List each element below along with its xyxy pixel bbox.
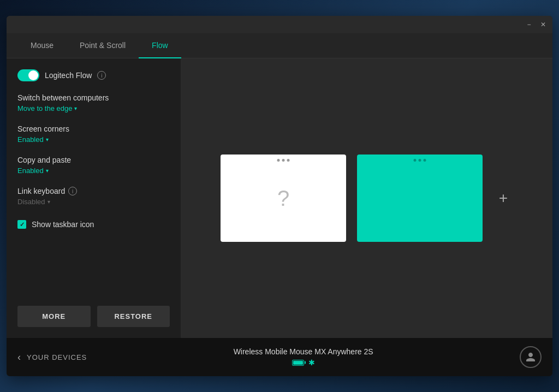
your-devices-label: YOUR DEVICES <box>27 353 87 361</box>
battery-body <box>292 360 304 366</box>
switch-computers-value[interactable]: Move to the edge ▾ <box>17 104 170 112</box>
button-row: MORE RESTORE <box>17 306 170 327</box>
content-area: Logitech Flow i Switch between computers… <box>7 58 552 338</box>
link-keyboard-value[interactable]: Disabled ▾ <box>17 198 170 206</box>
screen-corners-section: Screen corners Enabled ▾ <box>17 124 170 144</box>
title-bar-controls: − ✕ <box>524 20 548 29</box>
screen-corners-label: Screen corners <box>17 124 170 133</box>
add-computer-button[interactable]: + <box>493 188 513 208</box>
tabs-bar: Mouse Point & Scroll Flow <box>7 33 552 58</box>
logitech-flow-toggle[interactable] <box>17 69 39 81</box>
flow-info-icon[interactable]: i <box>97 71 106 80</box>
current-card-dots <box>414 159 426 162</box>
screen-corners-chevron: ▾ <box>46 136 49 142</box>
unknown-card-dots <box>277 159 290 162</box>
battery-fill <box>293 361 303 365</box>
copy-paste-chevron: ▾ <box>46 168 49 174</box>
flow-toggle-label: Logitech Flow <box>45 71 92 80</box>
your-devices-button[interactable]: ‹ YOUR DEVICES <box>17 352 87 363</box>
back-arrow-icon: ‹ <box>17 352 21 363</box>
show-taskbar-checkbox[interactable] <box>17 220 26 229</box>
right-panel: ? + <box>181 58 552 338</box>
current-dot-3 <box>424 159 426 162</box>
screen-corners-value[interactable]: Enabled ▾ <box>17 135 170 144</box>
link-keyboard-info-icon[interactable]: i <box>68 187 77 195</box>
more-button[interactable]: MORE <box>17 306 91 327</box>
switch-computers-section: Switch between computers Move to the edg… <box>17 93 170 112</box>
dot-1 <box>277 159 280 162</box>
app-window: − ✕ Mouse Point & Scroll Flow Logitech F… <box>7 16 552 376</box>
tab-point-scroll[interactable]: Point & Scroll <box>67 33 139 58</box>
switch-computers-label: Switch between computers <box>17 93 170 102</box>
restore-button[interactable]: RESTORE <box>97 306 170 327</box>
profile-icon[interactable] <box>520 346 542 368</box>
current-computer-card[interactable] <box>357 155 483 242</box>
close-button[interactable]: ✕ <box>538 20 548 29</box>
computers-display: ? + <box>221 155 513 242</box>
unknown-computer-icon: ? <box>277 186 289 211</box>
unknown-computer-card[interactable]: ? <box>221 155 346 242</box>
tab-flow[interactable]: Flow <box>139 33 181 58</box>
show-taskbar-row: Show taskbar icon <box>17 220 170 229</box>
bluetooth-icon: ✱ <box>308 358 315 367</box>
link-keyboard-chevron: ▾ <box>47 199 50 205</box>
dot-3 <box>287 159 290 162</box>
copy-paste-section: Copy and paste Enabled ▾ <box>17 156 170 175</box>
link-keyboard-section: Link keyboard i Disabled ▾ <box>17 187 170 206</box>
current-dot-1 <box>414 159 417 162</box>
copy-paste-label: Copy and paste <box>17 156 170 164</box>
device-status: ✱ <box>292 358 315 367</box>
user-icon <box>525 352 536 363</box>
bottom-bar: ‹ YOUR DEVICES Wireless Mobile Mouse MX … <box>7 338 552 376</box>
left-panel: Logitech Flow i Switch between computers… <box>7 58 181 338</box>
flow-toggle-row: Logitech Flow i <box>17 69 170 81</box>
device-name: Wireless Mobile Mouse MX Anywhere 2S <box>234 347 373 356</box>
link-keyboard-label: Link keyboard i <box>17 187 170 195</box>
minimize-button[interactable]: − <box>524 20 534 29</box>
tab-mouse[interactable]: Mouse <box>17 33 67 58</box>
copy-paste-value[interactable]: Enabled ▾ <box>17 167 170 175</box>
title-bar: − ✕ <box>7 16 552 33</box>
dot-2 <box>282 159 285 162</box>
current-dot-2 <box>419 159 421 162</box>
battery-icon <box>292 360 304 366</box>
device-info: Wireless Mobile Mouse MX Anywhere 2S ✱ <box>87 347 520 367</box>
switch-computers-chevron: ▾ <box>74 105 77 111</box>
show-taskbar-label: Show taskbar icon <box>32 220 94 229</box>
